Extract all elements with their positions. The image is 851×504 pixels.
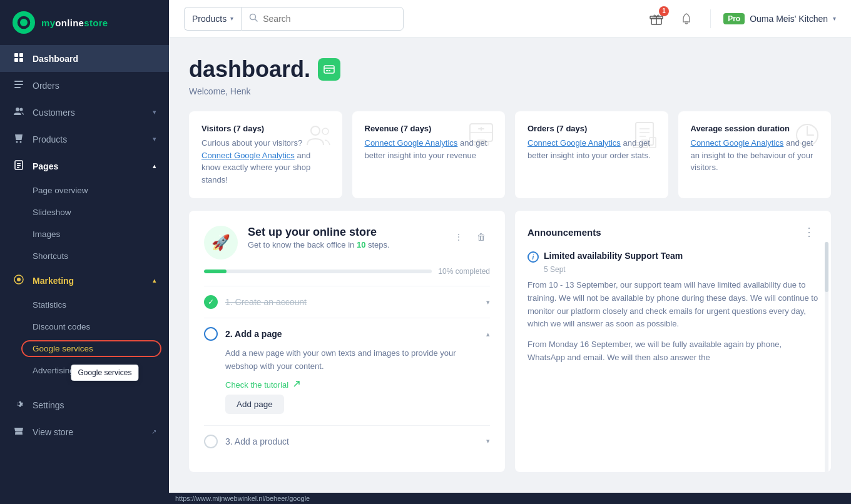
svg-point-10 — [16, 141, 18, 143]
gift-button[interactable]: 1 — [645, 8, 668, 30]
sidebar: myonlinestore Dashboard Orders Customers… — [0, 0, 169, 504]
add-page-button[interactable]: Add page — [225, 395, 284, 414]
sidebar-item-dashboard[interactable]: Dashboard — [0, 45, 169, 72]
profile-button[interactable]: Pro Ouma Meis' Kitchen ▾ — [723, 13, 836, 24]
pages-arrow: ▴ — [153, 162, 156, 170]
step-2-circle — [204, 327, 218, 341]
search-input[interactable] — [263, 14, 395, 24]
stat-link[interactable]: Connect Google Analytics — [365, 138, 458, 148]
sidebar-item-settings[interactable]: Settings — [0, 391, 169, 418]
search-dropdown[interactable]: Products ▾ — [184, 7, 241, 31]
svg-point-30 — [322, 128, 329, 134]
stat-link[interactable]: Connect Google Analytics — [691, 138, 784, 148]
announcements-dots-btn[interactable]: ⋮ — [801, 223, 818, 241]
step-3: 3. Add a product ▾ — [204, 425, 490, 457]
cursor-indicator: ↗ — [131, 346, 140, 358]
sidebar-subitem-images[interactable]: Images — [0, 223, 169, 245]
announcement-text-2: From Monday 16 September, we will be ful… — [527, 338, 818, 365]
step-3-header[interactable]: 3. Add a product ▾ — [204, 435, 490, 448]
announcements-title: Announcements — [527, 227, 601, 238]
setup-card-header: 🚀 Set up your online store Get to know t… — [204, 226, 490, 260]
profile-name: Ouma Meis' Kitchen — [750, 14, 828, 24]
sidebar-subitem-statistics[interactable]: Statistics — [0, 294, 169, 316]
dropdown-label: Products — [192, 14, 227, 24]
logo[interactable]: myonlinestore — [0, 0, 169, 45]
svg-line-20 — [255, 19, 258, 22]
logo-icon — [13, 11, 35, 34]
announcement-item-0: i Limited availability Support Team 5 Se… — [527, 251, 818, 365]
page-content: dashboard. Welcome, Henk Visitors (7 day… — [169, 38, 851, 493]
gift-badge: 1 — [659, 6, 669, 16]
announcement-date: 5 Sept — [544, 265, 818, 274]
main-area: Products ▾ 1 — [169, 0, 851, 504]
page-title-row: dashboard. — [189, 56, 831, 83]
stat-icon-visitors — [305, 121, 332, 149]
sidebar-item-orders[interactable]: Orders — [0, 72, 169, 99]
welcome-text: Welcome, Henk — [189, 86, 831, 96]
sidebar-item-view-store[interactable]: View store ↗ — [0, 418, 169, 445]
status-bar: https://www.mijnwebwinkel.nl/beheer/goog… — [169, 493, 851, 504]
sidebar-subitem-google-services[interactable]: Google services Google services ↗ — [0, 338, 169, 360]
logo-text: myonlinestore — [41, 18, 108, 28]
sidebar-item-label: Dashboard — [33, 54, 156, 64]
stats-row: Visitors (7 days) Curious about your vis… — [189, 111, 831, 198]
header: Products ▾ 1 — [169, 0, 851, 38]
step-1-header[interactable]: ✓ 1. Create an account ▾ — [204, 295, 490, 309]
announcements-card: Announcements ⋮ i Limited availability S… — [515, 211, 831, 472]
svg-rect-42 — [641, 140, 648, 148]
customers-arrow: ▾ — [153, 108, 156, 116]
announcements-scrollbar[interactable] — [825, 211, 828, 472]
sidebar-item-label: Orders — [33, 81, 156, 91]
google-services-label: Google services — [33, 344, 93, 353]
sidebar-item-products[interactable]: Products ▾ — [0, 126, 169, 153]
scrollbar-thumb — [825, 242, 828, 292]
svg-rect-1 — [14, 53, 18, 57]
step-1: ✓ 1. Create an account ▾ — [204, 286, 490, 318]
setup-dots-btn[interactable]: ⋮ — [450, 228, 467, 246]
svg-rect-28 — [329, 70, 330, 71]
progress-container: 10% completed — [204, 267, 490, 276]
progress-bar — [204, 270, 432, 273]
svg-rect-6 — [14, 84, 23, 85]
sidebar-subitem-page-overview[interactable]: Page overview — [0, 179, 169, 201]
settings-icon — [13, 399, 25, 411]
page-title: dashboard. — [189, 56, 310, 83]
svg-rect-15 — [17, 167, 19, 168]
external-link-icon: ↗ — [151, 428, 156, 435]
svg-point-9 — [20, 108, 23, 111]
step-1-chevron: ▾ — [486, 298, 490, 306]
svg-point-29 — [311, 126, 320, 135]
stat-link[interactable]: Connect Google Analytics — [527, 138, 621, 148]
dropdown-arrow: ▾ — [230, 15, 233, 22]
rocket-icon: 🚀 — [204, 226, 238, 260]
sidebar-item-pages[interactable]: Pages ▴ — [0, 153, 169, 179]
stat-icon-revenue — [467, 121, 495, 149]
sidebar-item-marketing[interactable]: Marketing ▴ — [0, 267, 169, 294]
sidebar-item-label: Pages — [33, 161, 145, 171]
stat-link[interactable]: Connect Google Analytics — [201, 151, 295, 160]
status-url: https://www.mijnwebwinkel.nl/beheer/goog… — [175, 495, 310, 502]
scrollbar-track — [825, 242, 828, 472]
setup-title: Set up your online store — [248, 226, 440, 239]
sidebar-item-label: Settings — [33, 400, 156, 410]
google-services-tooltip: Google services — [71, 365, 138, 381]
bell-button[interactable] — [675, 8, 698, 30]
step-2-header[interactable]: 2. Add a page ▴ — [204, 327, 490, 341]
svg-point-11 — [20, 141, 22, 143]
stat-card-orders: Orders (7 days) Connect Google Analytics… — [515, 111, 668, 198]
sidebar-item-customers[interactable]: Customers ▾ — [0, 99, 169, 126]
step-2-label: 2. Add a page — [225, 329, 479, 339]
tutorial-link[interactable]: Check the tutorial — [225, 380, 300, 390]
setup-delete-btn[interactable]: 🗑 — [472, 228, 490, 246]
pro-badge: Pro — [723, 13, 745, 24]
title-icon — [318, 58, 340, 81]
sidebar-item-label: Marketing — [33, 276, 145, 286]
sidebar-subitem-discount-codes[interactable]: Discount codes — [0, 316, 169, 338]
step-3-label: 3. Add a product — [225, 436, 479, 446]
sidebar-subitem-shortcuts[interactable]: Shortcuts — [0, 245, 169, 267]
progress-label: 10% completed — [438, 267, 490, 276]
progress-fill — [204, 270, 227, 273]
sidebar-subitem-slideshow[interactable]: Slideshow — [0, 201, 169, 223]
setup-card: 🚀 Set up your online store Get to know t… — [189, 211, 505, 472]
marketing-icon — [13, 275, 25, 286]
